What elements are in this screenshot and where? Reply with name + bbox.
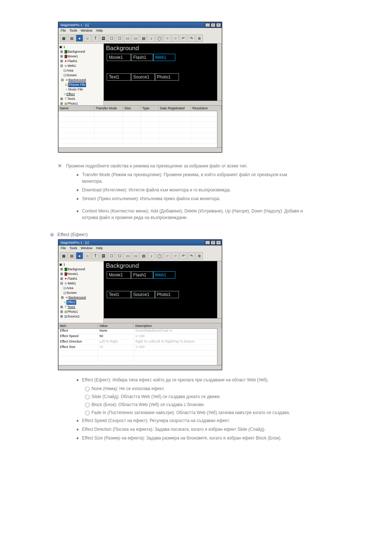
tool-icon[interactable]: ▤ — [68, 35, 75, 42]
tool-icon[interactable]: ☞ — [172, 252, 179, 259]
table-row[interactable] — [58, 133, 222, 138]
tree-item[interactable]: Background — [69, 78, 86, 82]
tree-item[interactable]: Flash1 — [68, 277, 77, 280]
close-icon[interactable]: × — [216, 23, 221, 27]
canvas-box-flash[interactable]: Flash1 — [131, 54, 154, 61]
maximize-icon[interactable]: □ — [211, 23, 216, 27]
tree-item[interactable]: Web1 — [68, 281, 76, 285]
menu-help[interactable]: Help — [96, 29, 103, 32]
tree-item[interactable]: Movie1 — [68, 54, 78, 58]
col-size[interactable]: Size — [123, 106, 141, 110]
table-scroll-h[interactable] — [58, 365, 222, 370]
tree-item[interactable]: Text1 — [68, 97, 75, 101]
tree-item[interactable]: Screen — [66, 291, 77, 295]
menu-tools[interactable]: Tools — [70, 29, 77, 32]
tool-icon[interactable]: ☐ — [116, 252, 123, 259]
tree-item[interactable]: Area — [66, 69, 73, 72]
table-row[interactable] — [58, 351, 222, 356]
canvas-box-movie[interactable]: Movie1 — [107, 271, 131, 279]
minimize-icon[interactable]: _ — [205, 23, 210, 27]
tree-item[interactable]: Background — [68, 50, 85, 53]
tree-item[interactable]: Effect — [66, 92, 75, 96]
tree-item-selected[interactable]: Picture File — [68, 82, 86, 87]
menu-file[interactable]: File — [61, 29, 66, 32]
table-row[interactable]: Effect Size 10 1~100 — [58, 345, 222, 351]
tool-icon[interactable]: ☞ — [164, 252, 171, 259]
col-value[interactable]: Value — [98, 324, 134, 328]
table-row[interactable]: Effect Speed 50 1~100 — [58, 334, 222, 340]
tree-item[interactable]: Screen — [66, 73, 77, 77]
tool-icon[interactable]: ▦ — [60, 35, 67, 42]
tool-icon[interactable]: 🖼 — [100, 252, 107, 259]
table-row[interactable] — [58, 122, 222, 127]
tool-undo-icon[interactable]: ↶ — [180, 35, 187, 42]
canvas-box-movie[interactable]: Movie1 — [107, 54, 131, 61]
side-tree[interactable]: ▣ 1 ⊞ ▇Background ⊞ ▇Movie1 ⊞ ●Flash1 ⊟ … — [58, 261, 104, 323]
tree-item-selected[interactable]: Effect — [66, 300, 76, 305]
table-row[interactable]: Effect None None/Slide/Block/Fade In — [58, 329, 222, 334]
tree-root[interactable]: 1 — [64, 263, 65, 266]
tool-icon[interactable]: ☐ — [116, 35, 123, 42]
tool-icon[interactable]: ● — [76, 252, 83, 259]
tree-item[interactable]: Photo1 — [68, 102, 78, 105]
canvas-box-source[interactable]: Source1 — [131, 291, 155, 298]
tree-item[interactable]: Web1 — [68, 64, 76, 68]
menu-window[interactable]: Window — [81, 29, 93, 32]
tool-icon[interactable]: ▤ — [140, 35, 147, 42]
col-item[interactable]: Item — [58, 324, 98, 328]
canvas-box-web[interactable]: Web1 — [153, 271, 175, 279]
side-tree[interactable]: ▣ 1 ⊞ ▇Background ⊞ ▇Movie1 ⊞ ●Flash1 ⊟ … — [58, 44, 104, 105]
tool-icon[interactable]: ▤ — [68, 252, 75, 259]
tool-icon[interactable]: ☐ — [108, 252, 115, 259]
tool-icon[interactable]: ☞ — [164, 35, 171, 42]
table-scroll-v[interactable] — [217, 111, 222, 148]
canvas-scroll-v[interactable] — [217, 261, 222, 319]
tool-icon[interactable]: ▭ — [124, 252, 131, 259]
canvas[interactable]: Background Movie1 Flash1 Web1 Text1 Sour… — [104, 261, 222, 323]
canvas-box-photo[interactable]: Photo1 — [155, 73, 179, 81]
tree-root[interactable]: 1 — [64, 45, 65, 49]
table-row[interactable] — [58, 117, 222, 122]
tree-item[interactable]: Music File — [68, 88, 83, 91]
tool-redo-icon[interactable]: ↷ — [188, 35, 195, 42]
menu-window[interactable]: Window — [81, 246, 93, 250]
tool-icon[interactable]: 🖼 — [100, 35, 107, 42]
tool-icon[interactable]: ◯ — [156, 252, 163, 259]
tool-undo-icon[interactable]: ↶ — [180, 252, 187, 259]
table-scroll-h[interactable] — [58, 147, 222, 152]
canvas[interactable]: Background Movie1 Flash1 Web1 Text1 Sour… — [104, 44, 222, 105]
tree-item[interactable]: Photo1 — [68, 310, 78, 313]
table-row[interactable] — [58, 356, 222, 361]
canvas-box-text[interactable]: Text1 — [107, 73, 131, 81]
table-scroll-v[interactable] — [217, 328, 222, 365]
tool-icon[interactable]: ☐ — [108, 35, 115, 42]
tool-icon[interactable]: ⊚ — [196, 35, 203, 42]
table-row[interactable] — [58, 111, 222, 117]
table-row[interactable] — [58, 127, 222, 133]
canvas-box-flash[interactable]: Flash1 — [131, 271, 154, 279]
canvas-box-web[interactable]: Web1 — [153, 54, 175, 61]
tree-item[interactable]: Source1 — [68, 315, 80, 318]
col-name[interactable]: Name — [58, 106, 94, 110]
tool-icon[interactable]: ⎋ — [84, 35, 91, 42]
maximize-icon[interactable]: □ — [211, 240, 216, 245]
col-desc[interactable]: Description — [134, 324, 222, 328]
tool-icon[interactable]: ⊚ — [196, 252, 203, 259]
tool-icon[interactable]: ♪ — [148, 252, 155, 259]
tool-icon[interactable]: ▤ — [140, 252, 147, 259]
tool-redo-icon[interactable]: ↷ — [188, 252, 195, 259]
tool-icon[interactable]: ⎋ — [84, 252, 91, 259]
tree-item[interactable]: Background — [69, 296, 86, 299]
tool-icon[interactable]: ▭ — [132, 35, 139, 42]
table-row[interactable]: Effect Direction Left To Right Right To … — [58, 340, 222, 345]
tool-text-icon[interactable]: T — [92, 35, 99, 42]
tool-icon[interactable]: ▭ — [124, 35, 131, 42]
canvas-box-text[interactable]: Text1 — [107, 291, 131, 298]
tool-text-icon[interactable]: T — [92, 252, 99, 259]
tree-item[interactable]: Movie1 — [68, 272, 78, 276]
col-date[interactable]: Date Registrated — [159, 106, 191, 110]
close-icon[interactable]: × — [216, 240, 221, 245]
tool-icon[interactable]: ● — [76, 35, 83, 42]
minimize-icon[interactable]: _ — [205, 240, 210, 245]
tool-icon[interactable]: ◯ — [156, 35, 163, 42]
